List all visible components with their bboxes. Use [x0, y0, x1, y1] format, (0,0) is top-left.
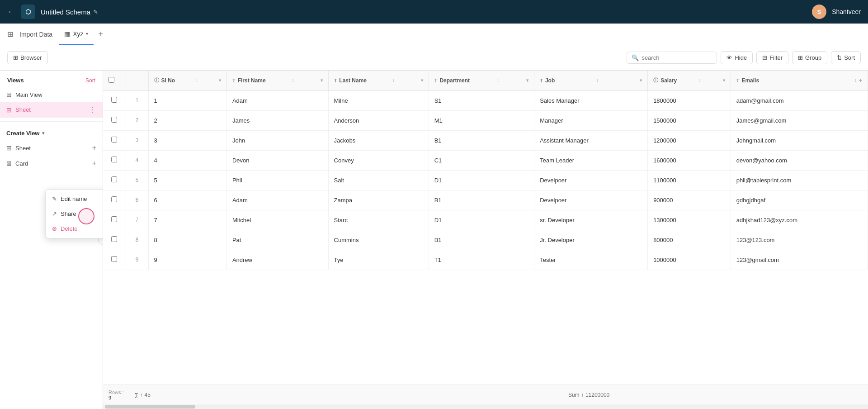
table-row: 9 9 Andrew Tye T1 Tester 1000000 123@gma…: [103, 250, 868, 270]
import-data-tab[interactable]: Import Data: [15, 28, 57, 41]
horizontal-scrollbar[interactable]: [103, 404, 868, 409]
add-column-icon[interactable]: +: [859, 77, 862, 84]
cell-salary: 900000: [648, 190, 731, 210]
create-view-header[interactable]: Create View ▾: [0, 125, 103, 140]
cell-job: Jr. Developer: [534, 230, 648, 250]
search-icon: 🔍: [632, 54, 639, 61]
spreadsheet-table: ⓘ Sl No ↕ ▾ T First Name ↕ ▾: [103, 71, 868, 270]
sidebar-item-sheet[interactable]: ⊞ Sheet ⋮: [0, 102, 103, 118]
salary-sort-icon[interactable]: ↕: [698, 78, 701, 83]
add-card-icon[interactable]: +: [92, 159, 96, 167]
row-checkbox[interactable]: [111, 97, 117, 103]
dept-expand-icon[interactable]: ▾: [526, 78, 528, 83]
row-checkbox[interactable]: [111, 236, 117, 242]
row-checkbox[interactable]: [111, 216, 117, 222]
cell-sl-no: 6: [148, 190, 226, 210]
browser-button[interactable]: ⊞ Browser: [7, 51, 48, 64]
job-expand-icon[interactable]: ▾: [640, 78, 642, 83]
group-icon: ⊞: [798, 54, 803, 61]
row-checkbox-cell: [103, 210, 126, 230]
context-edit-name[interactable]: ✎ Edit name: [46, 191, 103, 206]
top-nav: ← ⬡ Untitled Schema ✎ S Shantveer: [0, 0, 868, 24]
sort-button[interactable]: ⇅ Sort: [831, 51, 861, 64]
cell-job: Tester: [534, 250, 648, 270]
edit-name-icon: ✎: [52, 195, 57, 202]
create-card-item[interactable]: ⊠ Card +: [0, 156, 103, 171]
create-view-title: Create View: [6, 130, 39, 137]
dept-sort-icon[interactable]: ↕: [497, 78, 499, 83]
job-sort-icon[interactable]: ↕: [596, 78, 599, 83]
row-checkbox[interactable]: [111, 256, 117, 262]
toolbar: ⊞ Browser 🔍 👁 Hide ⊟ Filter ⊞ Group ⇅ So…: [0, 45, 868, 71]
salary-expand-icon[interactable]: ▾: [723, 78, 725, 83]
username-label: Shantveer: [832, 8, 861, 15]
add-tab-icon[interactable]: +: [95, 27, 106, 42]
context-share[interactable]: ↗ Share: [46, 206, 103, 221]
row-checkbox[interactable]: [111, 196, 117, 202]
cell-job: Develpoer: [534, 170, 648, 190]
sidebar-sort-button[interactable]: Sort: [85, 77, 95, 84]
table-footer: Rows : 9 ∑ ↑ 45 Sum ↑ 11200000: [103, 385, 868, 404]
cell-department: D1: [429, 210, 534, 230]
last-name-expand-icon[interactable]: ▾: [421, 78, 423, 83]
row-checkbox[interactable]: [111, 117, 117, 123]
search-box[interactable]: 🔍: [627, 52, 717, 64]
views-title: Views: [7, 77, 24, 84]
emails-sort-icon[interactable]: ↕: [854, 78, 857, 83]
grid-view-icon[interactable]: ⊞: [7, 30, 13, 38]
tab-bar: ⊞ Import Data ▦ Xyz ▾ +: [0, 24, 868, 45]
cell-emails: 123@123.com: [731, 230, 868, 250]
cell-job: Assistant Manager: [534, 130, 648, 150]
tab-dropdown-icon[interactable]: ▾: [86, 31, 88, 36]
filter-button[interactable]: ⊟ Filter: [756, 51, 788, 64]
add-sheet-icon[interactable]: +: [92, 144, 96, 152]
first-name-sort-icon[interactable]: ↕: [292, 78, 294, 83]
cell-last-name: Salt: [328, 170, 429, 190]
select-all-checkbox[interactable]: [108, 77, 114, 83]
row-num-cell: 8: [126, 230, 148, 250]
first-name-expand-icon[interactable]: ▾: [321, 78, 323, 83]
sl-no-sort-icon[interactable]: ↕: [196, 78, 198, 83]
cell-job: sr. Developer: [534, 210, 648, 230]
xyz-tab[interactable]: ▦ Xyz ▾: [59, 24, 94, 45]
row-checkbox[interactable]: [111, 157, 117, 162]
main-view-icon: ⊞: [6, 91, 12, 98]
cell-emails: 123@gmail.com: [731, 250, 868, 270]
group-button[interactable]: ⊞ Group: [792, 51, 827, 64]
rows-label: Rows :: [108, 390, 124, 395]
cell-first-name: Pat: [226, 230, 328, 250]
sl-no-expand-icon[interactable]: ▾: [219, 78, 221, 83]
cell-first-name: Andrew: [226, 250, 328, 270]
sort-icon: ⇅: [837, 54, 842, 61]
header-sl-no: ⓘ Sl No ↕ ▾: [148, 71, 226, 90]
row-checkbox[interactable]: [111, 137, 117, 143]
cell-salary: 800000: [648, 230, 731, 250]
create-sheet-item[interactable]: ⊞ Sheet +: [0, 140, 103, 156]
row-checkbox-cell: [103, 190, 126, 210]
row-num-cell: 9: [126, 250, 148, 270]
last-name-sort-icon[interactable]: ↕: [392, 78, 395, 83]
table-row: 6 6 Adam Zampa B1 Develpoer 900000 gdhgj…: [103, 190, 868, 210]
row-checkbox-cell: [103, 150, 126, 170]
cell-last-name: Starc: [328, 210, 429, 230]
sidebar-item-main-view[interactable]: ⊞ Main View: [0, 87, 103, 102]
cell-emails: phil@tablesprint.com: [731, 170, 868, 190]
sheet-more-icon[interactable]: ⋮: [89, 105, 96, 114]
row-num-cell: 2: [126, 110, 148, 130]
scrollbar-thumb[interactable]: [105, 405, 195, 409]
salary-type-icon: ⓘ: [653, 77, 658, 84]
job-type-icon: T: [540, 78, 543, 83]
hide-button[interactable]: 👁 Hide: [721, 51, 753, 64]
cell-last-name: Anderson: [328, 110, 429, 130]
search-input[interactable]: [642, 54, 712, 61]
row-checkbox[interactable]: [111, 176, 117, 182]
sl-no-type-icon: ⓘ: [154, 77, 159, 84]
edit-title-icon[interactable]: ✎: [93, 9, 98, 15]
cell-emails: Johngmail.com: [731, 130, 868, 150]
row-checkbox-cell: [103, 110, 126, 130]
cell-sl-no: 9: [148, 250, 226, 270]
back-icon[interactable]: ←: [7, 7, 15, 17]
context-delete[interactable]: ⊗ Delete: [46, 221, 103, 236]
data-table[interactable]: ⓘ Sl No ↕ ▾ T First Name ↕ ▾: [103, 71, 868, 385]
cell-sl-no: 7: [148, 210, 226, 230]
